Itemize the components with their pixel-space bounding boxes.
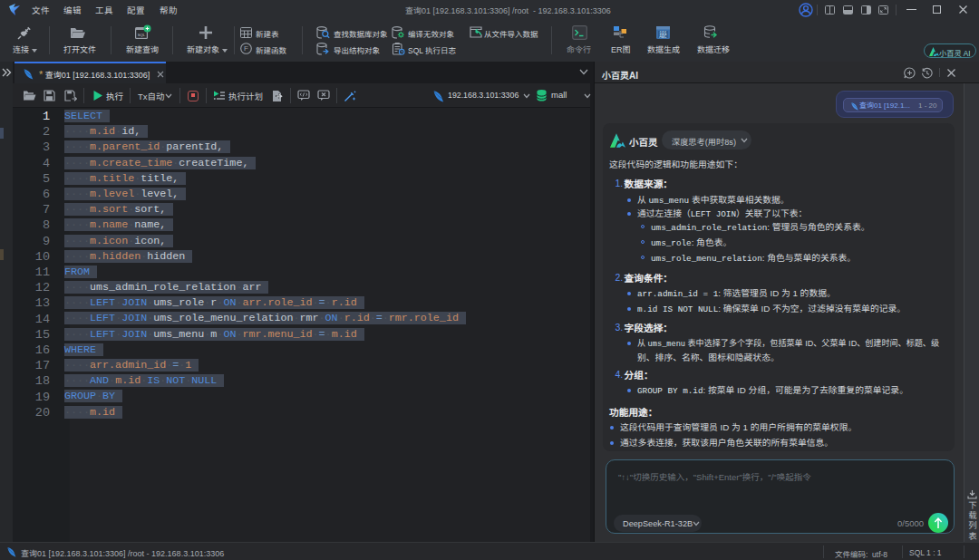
svg-text:F: F: [244, 44, 248, 53]
svg-text:ABC: ABC: [659, 34, 667, 39]
svg-text:SQL: SQL: [138, 33, 146, 37]
